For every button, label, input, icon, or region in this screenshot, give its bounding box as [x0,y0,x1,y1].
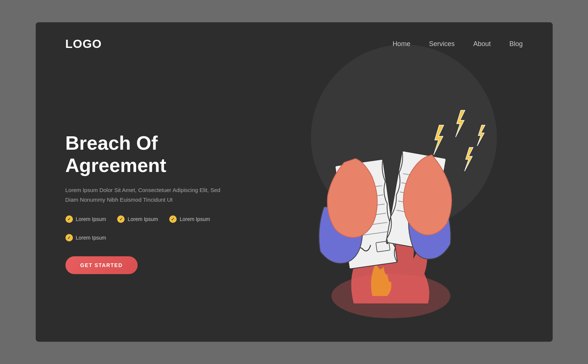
features-row: ✓ Lorem Ipsum ✓ Lorem Ipsum ✓ Lorem Ipsu… [65,215,259,241]
nav-link-about[interactable]: About [473,40,491,48]
check-icon-1: ✓ [65,215,73,223]
lightning-2 [456,110,465,137]
feature-label-1: Lorem Ipsum [76,216,106,222]
svg-marker-15 [434,125,444,155]
lightning-3 [465,147,473,171]
hero-right [259,73,523,326]
check-icon-3: ✓ [169,215,177,223]
nav-link-home[interactable]: Home [392,40,410,48]
nav-link-services[interactable]: Services [429,40,454,48]
nav-item-about[interactable]: About [473,40,491,48]
nav-link-blog[interactable]: Blog [509,40,523,48]
nav-item-blog[interactable]: Blog [509,40,523,48]
nav-links: Home Services About Blog [392,40,523,48]
feature-item-2: ✓ Lorem Ipsum [117,215,158,223]
feature-label-2: Lorem Ipsum [128,216,158,222]
hero-section: Breach Of Agreement Lorem Ipsum Dolor Si… [36,51,553,326]
hero-subtitle: Lorem Ipsum Dolor Sit Amet, Consectetuer… [65,185,229,204]
feature-item-3: ✓ Lorem Ipsum [169,215,210,223]
svg-marker-16 [456,110,465,137]
nav-item-home[interactable]: Home [392,40,410,48]
feature-label-4: Lorem Ipsum [76,235,106,241]
nav-item-services[interactable]: Services [429,40,454,48]
logo: LOGO [65,37,102,51]
lightning-4 [477,125,485,146]
svg-marker-17 [465,147,473,171]
feature-label-3: Lorem Ipsum [180,216,210,222]
landing-page: LOGO Home Services About Blog Breach Of … [36,22,553,342]
illustration [287,88,495,311]
get-started-button[interactable]: GET STARTED [65,256,138,274]
check-icon-4: ✓ [65,234,73,241]
hero-left: Breach Of Agreement Lorem Ipsum Dolor Si… [65,125,259,274]
feature-item-4: ✓ Lorem Ipsum [65,234,106,241]
lightning-1 [434,125,444,155]
check-icon-2: ✓ [117,215,125,223]
illustration-svg [287,88,495,318]
navbar: LOGO Home Services About Blog [36,22,553,51]
svg-marker-18 [477,125,485,146]
hero-title: Breach Of Agreement [65,132,259,177]
feature-item-1: ✓ Lorem Ipsum [65,215,106,223]
